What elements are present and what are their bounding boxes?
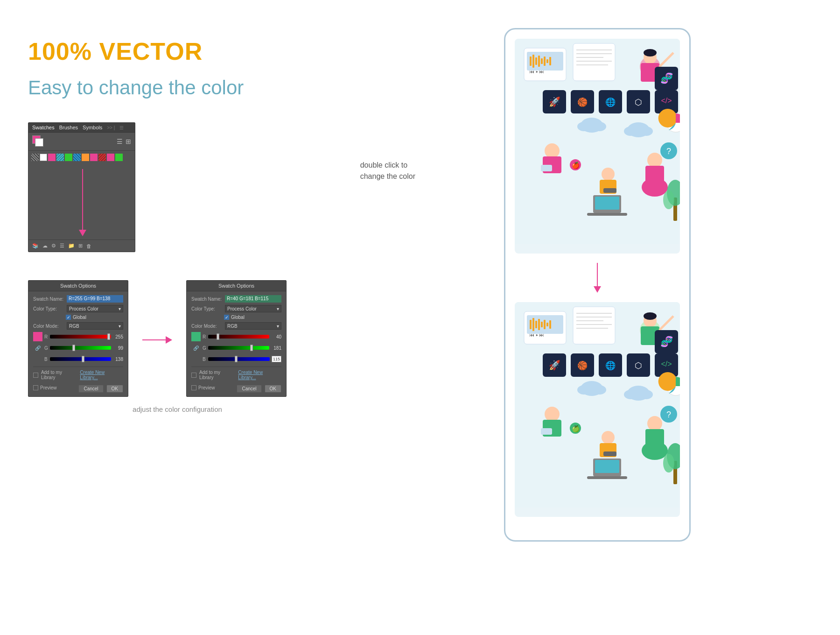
svg-rect-73 bbox=[573, 307, 615, 344]
svg-text:</>: </> bbox=[661, 97, 672, 105]
cancel-button-2[interactable]: Cancel bbox=[237, 385, 261, 393]
color-type-select-1[interactable]: Process Color ▾ bbox=[67, 305, 123, 312]
b-slider-1[interactable] bbox=[50, 357, 111, 361]
svg-rect-44 bbox=[603, 188, 616, 193]
swatch-name-input-2[interactable]: R=40 G=181 B=115 bbox=[225, 295, 281, 303]
swatches-toolbar: ☰ ⊞ bbox=[28, 133, 135, 151]
swatch-cell-green2[interactable] bbox=[115, 154, 123, 161]
svg-text:?: ? bbox=[666, 410, 671, 419]
swatch-cell-orange[interactable] bbox=[82, 154, 89, 161]
subtitle: Easy to change the color bbox=[28, 77, 327, 99]
swatch-cell-white[interactable] bbox=[40, 154, 47, 161]
g-slider-2[interactable] bbox=[208, 346, 269, 350]
svg-text:⏮ ▶ ⏭: ⏮ ▶ ⏭ bbox=[530, 69, 544, 74]
svg-point-22 bbox=[644, 49, 657, 56]
svg-point-98 bbox=[624, 390, 637, 399]
preview-check-2[interactable] bbox=[191, 385, 196, 390]
cloud-icon[interactable]: ☁ bbox=[42, 243, 48, 249]
spacer-1 bbox=[33, 354, 42, 364]
r-slider-1[interactable] bbox=[50, 335, 111, 339]
preview-check-1[interactable] bbox=[33, 385, 38, 390]
swatch-cell-pink[interactable] bbox=[48, 154, 56, 161]
g-label-1: G bbox=[44, 346, 48, 351]
b-label-2: B bbox=[203, 357, 206, 362]
list-view-icon[interactable]: ☰ bbox=[117, 138, 123, 145]
swatch-cell-red[interactable] bbox=[98, 154, 106, 161]
swatch-cell-blue[interactable] bbox=[73, 154, 81, 161]
global-check-2[interactable]: ✓ bbox=[224, 315, 229, 320]
svg-point-37 bbox=[624, 127, 637, 136]
create-library-link-2[interactable]: Create New Library... bbox=[238, 370, 281, 380]
svg-point-39 bbox=[545, 143, 560, 158]
ok-button-1[interactable]: OK bbox=[106, 385, 123, 393]
svg-point-96 bbox=[593, 385, 606, 395]
svg-rect-8 bbox=[544, 56, 546, 66]
svg-text:🏀: 🏀 bbox=[577, 360, 588, 371]
grid-view-icon[interactable]: ⊞ bbox=[126, 138, 131, 145]
color-mode-select-2[interactable]: RGB ▾ bbox=[225, 322, 281, 330]
cancel-button-1[interactable]: Cancel bbox=[78, 385, 103, 393]
menu-icon[interactable]: ☰ bbox=[119, 125, 124, 130]
grid2-icon[interactable]: ⊞ bbox=[78, 243, 83, 249]
add-library-check-2[interactable] bbox=[191, 373, 196, 378]
svg-rect-7 bbox=[541, 58, 543, 64]
dialog-title-2: Swatch Options bbox=[187, 281, 286, 291]
svg-text:⏮ ▶ ⏭: ⏮ ▶ ⏭ bbox=[530, 332, 544, 338]
ok-button-2[interactable]: OK bbox=[265, 385, 281, 393]
swatch-cell-none[interactable] bbox=[31, 154, 39, 161]
color-mode-select-1[interactable]: RGB ▾ bbox=[67, 322, 123, 330]
swatch-cell-cyan[interactable] bbox=[56, 154, 64, 161]
swatch-name-input-1[interactable]: R=255 G=99 B=138 bbox=[67, 295, 123, 303]
folder-icon[interactable]: 📁 bbox=[68, 243, 75, 249]
arrow-connector bbox=[79, 169, 86, 236]
svg-point-47 bbox=[642, 178, 668, 197]
color-mode-label-2: Color Mode: bbox=[191, 324, 223, 329]
svg-text:🚀: 🚀 bbox=[549, 360, 560, 371]
list-icon[interactable]: ☰ bbox=[60, 243, 64, 249]
b-slider-2[interactable] bbox=[208, 357, 270, 361]
r-slider-2[interactable] bbox=[208, 335, 269, 339]
tab-brushes[interactable]: Brushes bbox=[59, 125, 78, 130]
link-icon-2: 🔗 bbox=[191, 343, 201, 353]
arrow-between bbox=[594, 254, 601, 302]
device-frame: ⏮ ▶ ⏭ 🏀 � bbox=[504, 28, 691, 542]
global-check-1[interactable]: ✓ bbox=[66, 315, 71, 320]
library-icon[interactable]: 📚 bbox=[32, 243, 39, 249]
b-value-box-2[interactable]: 115 bbox=[272, 356, 281, 362]
color-preview-2 bbox=[191, 332, 201, 341]
svg-point-99 bbox=[640, 390, 653, 399]
r-value-1: 255 bbox=[113, 334, 123, 339]
swatch-options-dialog-1: Swatch Options Swatch Name: R=255 G=99 B… bbox=[28, 280, 128, 397]
color-preview-1 bbox=[33, 332, 42, 341]
svg-rect-4 bbox=[532, 55, 534, 68]
r-value-2: 40 bbox=[271, 334, 281, 339]
svg-rect-6 bbox=[538, 56, 540, 67]
add-library-check-1[interactable] bbox=[33, 373, 38, 378]
settings-icon[interactable]: ⚙ bbox=[51, 243, 56, 249]
tab-swatches[interactable]: Swatches bbox=[32, 125, 55, 130]
svg-text:⬡: ⬡ bbox=[635, 98, 642, 107]
svg-point-103 bbox=[602, 431, 615, 444]
trash-icon[interactable]: 🗑 bbox=[86, 243, 91, 249]
svg-text:🚀: 🚀 bbox=[549, 96, 560, 107]
swatch-cell-pink2[interactable] bbox=[90, 154, 98, 161]
create-library-link-1[interactable]: Create New Library... bbox=[80, 370, 123, 380]
svg-text:🧬: 🧬 bbox=[660, 335, 673, 348]
color-type-select-2[interactable]: Process Color ▾ bbox=[225, 305, 281, 312]
svg-point-45 bbox=[647, 153, 662, 168]
swatch-cell-pink3[interactable] bbox=[107, 154, 114, 161]
vector-title: 100% VECTOR bbox=[28, 37, 327, 65]
swatch-name-label-2: Swatch Name: bbox=[191, 296, 223, 302]
swatch-color-indicator bbox=[32, 135, 44, 148]
svg-rect-102 bbox=[541, 428, 552, 435]
svg-point-83 bbox=[644, 312, 657, 320]
svg-rect-105 bbox=[603, 452, 616, 456]
svg-text:?: ? bbox=[666, 147, 671, 156]
svg-rect-64 bbox=[530, 320, 532, 329]
svg-text:🌐: 🌐 bbox=[605, 97, 616, 107]
dialog-title-1: Swatch Options bbox=[28, 281, 128, 291]
swatch-cell-green1[interactable] bbox=[65, 154, 72, 161]
svg-rect-70 bbox=[546, 323, 548, 326]
g-slider-1[interactable] bbox=[50, 346, 111, 350]
tab-symbols[interactable]: Symbols bbox=[83, 125, 102, 130]
